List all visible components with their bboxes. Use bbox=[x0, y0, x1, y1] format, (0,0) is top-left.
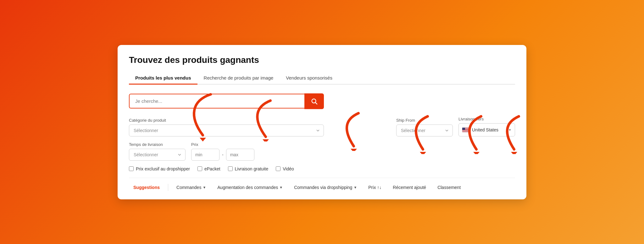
filters-row-1: Catégorie du produit Sélectionner Ship F… bbox=[129, 117, 515, 136]
category-select[interactable]: Sélectionner bbox=[129, 125, 324, 136]
ship-from-label: Ship From bbox=[396, 118, 453, 123]
filters-row-2: Temps de livraison Sélectionner Prix - bbox=[129, 142, 515, 161]
sort-commandes[interactable]: Commandes ▼ bbox=[172, 183, 210, 192]
sort-suggestions[interactable]: Suggestions bbox=[129, 183, 164, 192]
sort-dropshipping[interactable]: Commandes via dropshipping ▼ bbox=[290, 183, 361, 192]
delivery-time-label: Temps de livraison bbox=[129, 142, 186, 147]
tab-sponsored[interactable]: Vendeurs sponsorisés bbox=[280, 72, 339, 85]
sort-dropshipping-label: Commandes via dropshipping bbox=[294, 185, 352, 190]
right-filters: Ship From Sélectionner Livraison vers Un… bbox=[396, 117, 515, 136]
price-min-input[interactable] bbox=[191, 149, 219, 161]
price-label: Prix bbox=[191, 142, 254, 147]
checkbox-free-delivery-label: Livraison gratuite bbox=[235, 166, 269, 171]
checkbox-video[interactable]: Vidéo bbox=[276, 166, 294, 171]
checkbox-epacket-label: ePacket bbox=[204, 166, 220, 171]
sort-classement[interactable]: Classement bbox=[433, 183, 465, 192]
sort-augmentation-chevron: ▼ bbox=[279, 186, 283, 189]
ship-from-select[interactable]: Sélectionner bbox=[396, 125, 453, 136]
tab-image-search[interactable]: Recherche de produits par image bbox=[197, 72, 280, 85]
svg-line-1 bbox=[315, 103, 317, 104]
price-max-input[interactable] bbox=[226, 149, 254, 161]
ship-from-group: Ship From Sélectionner bbox=[396, 118, 453, 136]
sort-row: Suggestions Commandes ▼ Augmentation des… bbox=[129, 178, 515, 192]
search-icon bbox=[311, 98, 318, 105]
checkbox-video-label: Vidéo bbox=[283, 166, 294, 171]
sort-augmentation[interactable]: Augmentation des commandes ▼ bbox=[213, 183, 287, 192]
sort-recent[interactable]: Récement ajouté bbox=[388, 183, 430, 192]
sort-suggestions-label: Suggestions bbox=[133, 185, 160, 190]
sort-recent-label: Récement ajouté bbox=[393, 185, 426, 190]
sort-prix-label: Prix ↑↓ bbox=[368, 185, 381, 190]
search-input[interactable] bbox=[129, 94, 304, 108]
svg-marker-2 bbox=[200, 138, 206, 141]
sort-classement-label: Classement bbox=[437, 185, 461, 190]
checkbox-video-input[interactable] bbox=[276, 166, 280, 171]
page-title: Trouvez des produits gagnants bbox=[129, 55, 515, 65]
checkbox-dropshipper-input[interactable] bbox=[129, 166, 134, 171]
sort-prix[interactable]: Prix ↑↓ bbox=[364, 183, 386, 192]
sort-commandes-chevron: ▼ bbox=[203, 186, 206, 189]
svg-marker-3 bbox=[263, 139, 269, 141]
checkboxes-row: Prix exclusif au dropshipper ePacket Liv… bbox=[129, 166, 515, 171]
delivery-to-group: Livraison vers United States ▼ bbox=[458, 117, 515, 136]
search-button[interactable] bbox=[304, 93, 324, 109]
us-flag-icon bbox=[462, 127, 469, 132]
tab-best-sellers[interactable]: Produits les plus vendus bbox=[129, 72, 197, 85]
checkbox-free-delivery-input[interactable] bbox=[228, 166, 233, 171]
search-row bbox=[129, 93, 324, 109]
sort-dropshipping-chevron: ▼ bbox=[353, 186, 357, 189]
price-group: Prix - bbox=[191, 142, 254, 161]
tabs-bar: Produits les plus vendus Recherche de pr… bbox=[129, 72, 515, 85]
price-range-row: - bbox=[191, 149, 254, 161]
sort-augmentation-label: Augmentation des commandes bbox=[217, 185, 278, 190]
checkbox-dropshipper[interactable]: Prix exclusif au dropshipper bbox=[129, 166, 190, 171]
delivery-time-group: Temps de livraison Sélectionner bbox=[129, 142, 186, 161]
category-label: Catégorie du produit bbox=[129, 118, 324, 123]
delivery-to-label: Livraison vers bbox=[458, 117, 515, 121]
checkbox-epacket[interactable]: ePacket bbox=[197, 166, 220, 171]
delivery-to-value: United States bbox=[472, 127, 506, 132]
price-separator: - bbox=[222, 152, 224, 157]
checkbox-dropshipper-label: Prix exclusif au dropshipper bbox=[136, 166, 190, 171]
delivery-time-select[interactable]: Sélectionner bbox=[129, 149, 186, 161]
sort-divider-1 bbox=[168, 184, 168, 191]
main-card: Trouvez des produits gagnants Produits l… bbox=[118, 45, 526, 199]
chevron-down-icon: ▼ bbox=[508, 128, 512, 132]
delivery-to-select[interactable]: United States ▼ bbox=[458, 123, 515, 136]
category-filter-group: Catégorie du produit Sélectionner bbox=[129, 118, 324, 136]
checkbox-free-delivery[interactable]: Livraison gratuite bbox=[228, 166, 269, 171]
checkbox-epacket-input[interactable] bbox=[197, 166, 202, 171]
sort-commandes-label: Commandes bbox=[176, 185, 201, 190]
